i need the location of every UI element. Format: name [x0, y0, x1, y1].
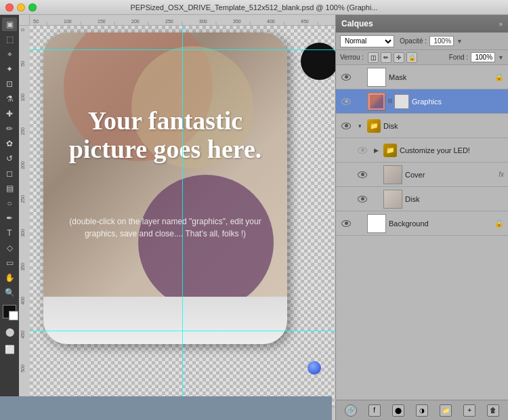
- lock-position-btn[interactable]: ✛: [394, 52, 404, 63]
- ruler-left: 0 50 100 150 200 250 300 350 400 450 500: [19, 15, 30, 406]
- layer-adj-btn[interactable]: ◑: [416, 404, 428, 417]
- layer-item-mask[interactable]: Mask 🔒: [336, 65, 508, 89]
- tool-lasso[interactable]: ⌖: [2, 47, 17, 61]
- layer-mask-btn[interactable]: ⬤: [392, 404, 404, 417]
- svg-text:400: 400: [20, 297, 25, 305]
- layer-name-background: Background: [389, 219, 492, 228]
- blend-mode-select[interactable]: Normal Multiply Screen: [340, 35, 394, 47]
- layer-name-customize: Customize your LED!: [400, 146, 504, 154]
- bottom-area: [0, 396, 332, 420]
- lock-row: Verrou : ◫ ✏ ✛ 🔒 Fond : ▼: [336, 50, 508, 65]
- layer-link-btn[interactable]: 🔗: [345, 404, 357, 417]
- lock-paint-btn[interactable]: ✏: [381, 52, 391, 63]
- layer-new-btn[interactable]: +: [463, 404, 475, 417]
- layer-vis-disk-group[interactable]: [340, 120, 352, 132]
- tool-heal[interactable]: ✚: [2, 107, 17, 121]
- tool-magic-wand[interactable]: ✦: [2, 62, 17, 76]
- layer-item-customize[interactable]: ▶ 📁 Customize your LED!: [336, 138, 508, 163]
- guide-vertical-center: [182, 26, 183, 406]
- svg-text:450: 450: [301, 19, 309, 24]
- tool-brush[interactable]: ✏: [2, 122, 17, 135]
- tool-history[interactable]: ↺: [2, 152, 17, 165]
- minimize-button[interactable]: [17, 3, 25, 12]
- svg-text:150: 150: [98, 19, 106, 24]
- tool-pen[interactable]: ✒: [2, 211, 17, 225]
- svg-text:300: 300: [199, 19, 207, 24]
- svg-text:200: 200: [131, 19, 140, 24]
- tool-eraser[interactable]: ◻: [2, 167, 17, 180]
- layer-vis-customize[interactable]: [356, 144, 368, 156]
- svg-text:50: 50: [20, 61, 25, 66]
- eye-icon-disk-group: [341, 123, 351, 129]
- svg-text:350: 350: [20, 263, 25, 271]
- svg-text:150: 150: [20, 127, 25, 135]
- svg-text:400: 400: [267, 19, 275, 24]
- layer-thumb-mask-white: [367, 68, 386, 87]
- layer-group-icon-customize: 📁: [383, 144, 397, 157]
- opacity-input[interactable]: [429, 36, 454, 46]
- window-controls[interactable]: [5, 3, 37, 12]
- toolbar: ▣ ⬚ ⌖ ✦ ⊡ ⚗ ✚ ✏ ✿ ↺ ◻ ▤ ○ ✒ T ◇ ▭ ✋ 🔍 ⬤ …: [0, 15, 19, 420]
- lock-all-btn[interactable]: 🔒: [406, 52, 417, 63]
- svg-text:50: 50: [33, 19, 39, 24]
- layer-item-cover[interactable]: Cover fx: [336, 163, 508, 187]
- foreground-color[interactable]: [3, 305, 16, 318]
- screen-mode[interactable]: ⬜: [2, 343, 17, 356]
- layer-vis-mask[interactable]: [340, 71, 352, 83]
- layer-item-background[interactable]: Background 🔒: [336, 211, 508, 236]
- close-button[interactable]: [5, 3, 14, 12]
- tool-marquee[interactable]: ⬚: [2, 33, 17, 46]
- tool-clone[interactable]: ✿: [2, 137, 17, 150]
- layer-name-cover: Cover: [405, 171, 494, 179]
- layer-vis-cover[interactable]: [356, 169, 368, 181]
- layer-vis-graphics[interactable]: [340, 96, 352, 108]
- layer-vis-disk-layer[interactable]: [356, 193, 368, 205]
- layer-expand-disk[interactable]: ▾: [355, 121, 364, 131]
- svg-rect-20: [19, 15, 30, 420]
- tool-hand[interactable]: ✋: [2, 271, 17, 285]
- layer-thumb-pair-graphics: ⛓: [367, 92, 409, 111]
- layer-thumb-pair-mask: [367, 68, 386, 87]
- tool-gradient[interactable]: ▤: [2, 182, 17, 195]
- tool-shape[interactable]: ▭: [2, 256, 17, 270]
- tool-text[interactable]: T: [2, 226, 17, 240]
- tool-selection[interactable]: ▣: [2, 18, 17, 31]
- tool-dodge[interactable]: ○: [2, 196, 17, 210]
- eye-icon-graphics: [341, 98, 351, 105]
- circle-purple: [138, 175, 274, 310]
- drive-sub-text: (double-click on the layer named "graphi…: [64, 215, 267, 240]
- layer-list: Mask 🔒 ⛓ Graphics: [336, 65, 508, 400]
- eye-icon-disk-layer: [358, 196, 367, 203]
- layer-item-disk-group[interactable]: ▾ 📁 Disk: [336, 114, 508, 138]
- eye-icon-customize: [358, 147, 367, 154]
- layer-group-icon-disk: 📁: [367, 119, 381, 133]
- layer-name-disk-layer: Disk: [405, 195, 504, 203]
- tool-crop[interactable]: ⊡: [2, 77, 17, 91]
- fx-badge-cover: fx: [499, 171, 504, 178]
- lock-transparent-btn[interactable]: ◫: [368, 52, 379, 63]
- layer-item-graphics[interactable]: ⛓ Graphics: [336, 89, 508, 114]
- layer-delete-btn[interactable]: 🗑: [487, 404, 499, 417]
- fill-expand[interactable]: ▼: [498, 54, 504, 61]
- eye-icon-background: [341, 220, 351, 227]
- window-title: PEPSized_OSX_DRIVE_Template_512x512_blan…: [130, 3, 377, 12]
- opacity-expand[interactable]: ▼: [457, 38, 463, 45]
- layer-name-disk-group: Disk: [383, 122, 504, 130]
- tool-path[interactable]: ◇: [2, 241, 17, 255]
- layers-expand-icon[interactable]: »: [499, 20, 503, 28]
- layer-vis-background[interactable]: [340, 217, 352, 230]
- blend-row: Normal Multiply Screen Opacité : ▼: [336, 33, 508, 50]
- layer-item-disk-layer[interactable]: Disk: [336, 187, 508, 211]
- quick-mask[interactable]: ⬤: [2, 325, 17, 339]
- maximize-button[interactable]: [28, 3, 37, 12]
- layer-group-btn[interactable]: 📁: [440, 404, 452, 417]
- tool-eyedropper[interactable]: ⚗: [2, 92, 17, 106]
- fill-label: Fond :: [449, 54, 468, 61]
- layer-style-btn[interactable]: f: [368, 404, 381, 417]
- svg-text:100: 100: [64, 19, 72, 24]
- svg-text:250: 250: [165, 19, 173, 24]
- tool-zoom[interactable]: 🔍: [2, 286, 17, 299]
- fill-input[interactable]: [471, 52, 495, 62]
- layer-expand-customize[interactable]: ▶: [371, 146, 381, 155]
- layer-name-graphics: Graphics: [412, 98, 504, 106]
